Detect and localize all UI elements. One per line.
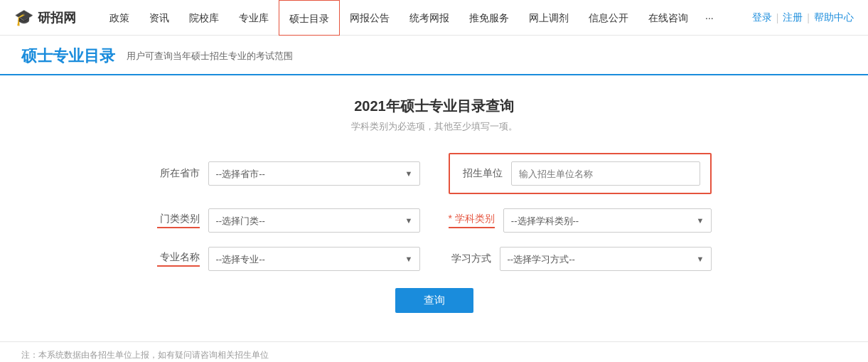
discipline-row: * 学科类别 --选择学科类别-- ▼: [449, 208, 712, 233]
query-button[interactable]: 查询: [395, 288, 473, 313]
study-mode-select[interactable]: --选择学习方式--: [500, 247, 712, 271]
institution-input[interactable]: [511, 161, 700, 186]
category-label: 门类类别: [157, 213, 200, 228]
province-select[interactable]: --选择省市--: [208, 161, 420, 186]
divider-1: |: [776, 12, 779, 23]
nav-item-exam-report[interactable]: 统考网报: [400, 0, 459, 36]
study-mode-select-wrapper: --选择学习方式-- ▼: [500, 247, 712, 271]
login-link[interactable]: 登录: [752, 11, 772, 24]
register-link[interactable]: 注册: [783, 11, 803, 24]
nav-item-transfer[interactable]: 网上调剂: [519, 0, 579, 36]
header: 🎓 研招网 政策 资讯 院校库 专业库 硕士目录 网报公告 统考网报 推免服务 …: [0, 0, 868, 36]
nav-more[interactable]: ···: [698, 0, 721, 36]
category-select[interactable]: --选择门类--: [208, 208, 420, 233]
major-row: 专业名称 --选择专业-- ▼: [157, 247, 420, 271]
nav-item-recommend[interactable]: 推免服务: [459, 0, 519, 36]
discipline-label: * 学科类别: [449, 213, 495, 228]
nav-item-news[interactable]: 资讯: [139, 0, 179, 36]
study-mode-label: 学习方式: [449, 252, 491, 265]
province-label: 所在省市: [157, 167, 200, 180]
category-select-wrapper: --选择门类-- ▼: [208, 208, 420, 233]
logo-icon: 🎓: [14, 9, 33, 27]
nav-item-majors[interactable]: 专业库: [229, 0, 279, 36]
discipline-select-wrapper: --选择学科类别-- ▼: [503, 208, 712, 233]
footer-note: 注：本系统数据由各招生单位上报，如有疑问请咨询相关招生单位: [0, 341, 868, 362]
page-subtitle: 用户可查询当年硕士招生专业的考试范围: [127, 50, 293, 63]
page-title: 硕士专业目录: [21, 46, 115, 67]
major-select[interactable]: --选择专业--: [208, 247, 420, 271]
logo-text: 研招网: [38, 9, 76, 26]
help-link[interactable]: 帮助中心: [814, 11, 854, 24]
main-content: 2021年硕士专业目录查询 学科类别为必选项，其他至少填写一项。 所在省市 --…: [0, 75, 868, 334]
institution-label: 招生单位: [460, 167, 503, 180]
nav-item-policy[interactable]: 政策: [100, 0, 139, 36]
query-title: 2021年硕士专业目录查询: [157, 97, 712, 116]
study-mode-row: 学习方式 --选择学习方式-- ▼: [449, 247, 712, 271]
form-grid: 所在省市 --选择省市-- ▼ 招生单位 门类类别 --选择门类--: [157, 153, 712, 271]
nav-item-announcement[interactable]: 网报公告: [340, 0, 400, 36]
query-card: 2021年硕士专业目录查询 学科类别为必选项，其他至少填写一项。 所在省市 --…: [157, 97, 712, 313]
discipline-select[interactable]: --选择学科类别--: [503, 208, 712, 233]
header-actions: 登录 | 注册 | 帮助中心: [752, 11, 854, 24]
province-row: 所在省市 --选择省市-- ▼: [157, 153, 420, 194]
institution-box: 招生单位: [449, 153, 712, 194]
major-label: 专业名称: [157, 251, 200, 267]
nav-item-info[interactable]: 信息公开: [579, 0, 638, 36]
query-hint: 学科类别为必选项，其他至少填写一项。: [157, 120, 712, 133]
category-row: 门类类别 --选择门类-- ▼: [157, 208, 420, 233]
divider-2: |: [807, 12, 810, 23]
nav-item-masters[interactable]: 硕士目录: [279, 0, 340, 36]
nav-item-schools[interactable]: 院校库: [179, 0, 229, 36]
nav-item-consult[interactable]: 在线咨询: [638, 0, 698, 36]
main-nav: 政策 资讯 院校库 专业库 硕士目录 网报公告 统考网报 推免服务 网上调剂 信…: [100, 0, 752, 36]
province-select-wrapper: --选择省市-- ▼: [208, 161, 420, 186]
logo[interactable]: 🎓 研招网: [14, 9, 85, 27]
page-title-bar: 硕士专业目录 用户可查询当年硕士招生专业的考试范围: [0, 36, 868, 75]
major-select-wrapper: --选择专业-- ▼: [208, 247, 420, 271]
